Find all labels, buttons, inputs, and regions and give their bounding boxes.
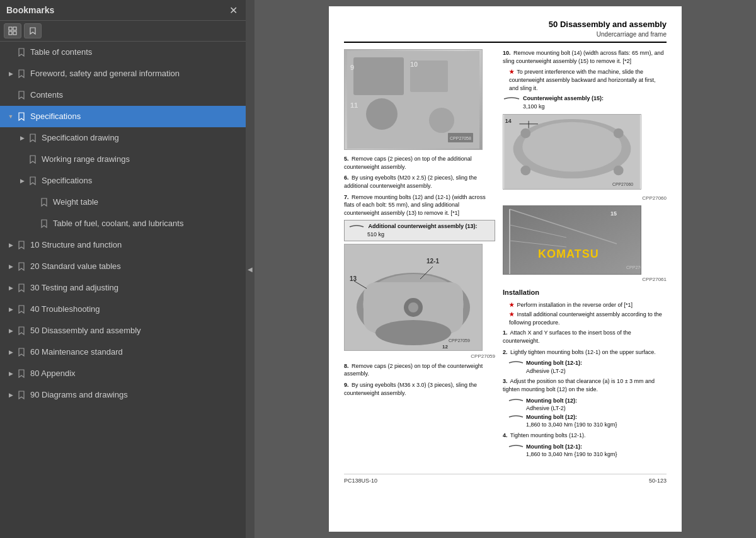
bookmark-item-s20[interactable]: 20 Standard value tables xyxy=(0,256,246,277)
bookmark-item-s60[interactable]: 60 Maintenance standard xyxy=(0,341,246,363)
bookmark-icon-s40 xyxy=(16,305,26,314)
bookmark-arrow-s50[interactable] xyxy=(6,328,15,335)
svg-text:KOMATSU: KOMATSU xyxy=(538,248,599,260)
bookmark-label-s80: 80 Appendix xyxy=(30,369,242,379)
bookmark-arrow-s20[interactable] xyxy=(6,263,15,270)
bookmarks-header: Bookmarks ✕ xyxy=(0,0,246,21)
bookmark-tool-button[interactable] xyxy=(24,23,42,38)
svg-text:13: 13 xyxy=(350,275,357,282)
bookmark-item-contents[interactable]: Contents xyxy=(0,84,246,106)
bookmark-label-s20: 20 Standard value tables xyxy=(30,261,242,272)
bookmark-item-spec-sub[interactable]: Specifications xyxy=(0,170,246,192)
footer-right: 50-123 xyxy=(649,477,667,485)
bookmark-label-weight-table: Weight table xyxy=(53,197,242,207)
bookmark-label-s50: 50 Disassembly and assembly xyxy=(30,326,242,336)
bookmark-icon-fuel-table xyxy=(39,219,49,228)
bookmark-arrow-spec-drawing[interactable] xyxy=(18,135,26,142)
bookmark-item-working-range[interactable]: Working range drawings xyxy=(0,149,246,170)
svg-point-31 xyxy=(614,129,624,139)
additional-cweight-box: Additional counterweight assembly (13): … xyxy=(344,220,495,241)
svg-point-32 xyxy=(520,166,530,176)
bookmark-label-s90: 90 Diagrams and drawings xyxy=(30,390,242,400)
bookmark-icon-weight-table xyxy=(39,198,49,207)
bookmarks-panel: Bookmarks ✕ Table of contentsForeword, s… xyxy=(0,0,246,538)
img4-label: CPP27059 xyxy=(344,353,495,360)
doc-image-3: KOMATSU 15 CPP27061 xyxy=(503,205,641,275)
step-5: 5. Remove caps (2 pieces) on top of the … xyxy=(344,155,495,171)
step-9: 9. By using eyebolts (M36 x 3.0) (3 piec… xyxy=(344,381,495,397)
doc-header-title: 50 Disassembly and assembly xyxy=(344,19,667,30)
bookmark-arrow-s80[interactable] xyxy=(6,370,15,377)
bookmark-label-fuel-table: Table of fuel, coolant, and lubricants xyxy=(53,219,242,229)
bookmark-arrow-spec-sub[interactable] xyxy=(18,178,26,185)
bookmark-arrow-s40[interactable] xyxy=(6,306,15,313)
bookmark-item-toc[interactable]: Table of contents xyxy=(0,42,246,63)
bookmark-item-s80[interactable]: 80 Appendix xyxy=(0,363,246,384)
install-step-1: 1. Attach X and Y surfaces to the insert… xyxy=(503,329,667,345)
installation-note-1: ★ Perform installation in the reverse or… xyxy=(509,301,667,309)
bookmark-item-fuel-table[interactable]: Table of fuel, coolant, and lubricants xyxy=(0,213,246,234)
toolbar xyxy=(0,21,246,42)
step-7: 7. Remove mounting bolts (12) and (12-1)… xyxy=(344,193,495,217)
inst3-spec1: Mounting bolt (12):Adhesive (LT-2) xyxy=(508,397,667,413)
installation-note-2: ★ Install additional counterweight assem… xyxy=(509,311,667,326)
doc-image-1: 9 10 11 CPP27058 xyxy=(344,49,483,150)
svg-text:14: 14 xyxy=(505,118,512,124)
bookmark-icon-s30 xyxy=(16,283,26,292)
doc-footer: PC138US-10 50-123 xyxy=(344,474,667,485)
doc-header: 50 Disassembly and assembly Undercarriag… xyxy=(344,19,667,43)
bookmark-item-weight-table[interactable]: Weight table xyxy=(0,192,246,213)
svg-text:CPP27061: CPP27061 xyxy=(626,265,641,270)
svg-rect-3 xyxy=(13,31,16,35)
bookmark-icon-contents xyxy=(16,91,26,100)
bookmark-arrow-specifications[interactable] xyxy=(6,113,15,120)
bookmark-item-s40[interactable]: 40 Troubleshooting xyxy=(0,299,246,320)
bookmark-icon-toc xyxy=(16,48,26,57)
bookmark-label-contents: Contents xyxy=(30,90,242,100)
star-note-1: ★ To prevent interference with the machi… xyxy=(509,68,667,92)
bookmark-arrow-foreword[interactable] xyxy=(6,71,15,77)
bookmark-item-s50[interactable]: 50 Disassembly and assembly xyxy=(0,320,246,341)
svg-point-33 xyxy=(614,166,624,176)
svg-rect-1 xyxy=(13,27,16,30)
bookmark-icon-s90 xyxy=(16,391,26,399)
bookmark-label-working-range: Working range drawings xyxy=(42,154,242,164)
inst3-spec2: Mounting bolt (12):1,860 to 3,040 Nm {19… xyxy=(508,413,667,429)
bookmarks-list: Table of contentsForeword, safety and ge… xyxy=(0,42,246,538)
bookmark-label-s60: 60 Maintenance standard xyxy=(30,347,242,357)
bookmark-icon-specifications xyxy=(16,112,26,121)
bookmark-item-spec-drawing[interactable]: Specification drawing xyxy=(0,127,246,149)
install-step-2: 2. Lightly tighten mounting bolts (12-1)… xyxy=(503,348,667,357)
svg-point-29 xyxy=(522,122,621,172)
bookmark-label-spec-drawing: Specification drawing xyxy=(42,133,242,143)
svg-text:CPP27059: CPP27059 xyxy=(449,338,470,343)
step-10: 10. Remove mounting bolt (14) (width acr… xyxy=(503,49,667,65)
step-6: 6. By using eyebolts (M20 x 2.5) (2 piec… xyxy=(344,174,495,190)
bookmark-item-s10[interactable]: 10 Structure and function xyxy=(0,234,246,256)
bookmark-arrow-s60[interactable] xyxy=(6,349,15,356)
doc-left-column: 9 10 11 CPP27058 5. Remove caps (2 piece… xyxy=(344,49,495,461)
close-button[interactable]: ✕ xyxy=(227,4,239,16)
install-step-4: 4. Tighten mounting bolts (12-1). xyxy=(503,432,667,440)
view-toggle-button[interactable] xyxy=(4,23,21,38)
bookmark-icon-s80 xyxy=(16,369,26,378)
bookmark-icon-s60 xyxy=(16,348,26,357)
bookmark-label-foreword: Foreword, safety and general information xyxy=(30,69,242,79)
svg-text:CPP27058: CPP27058 xyxy=(450,136,471,140)
bookmark-item-s30[interactable]: 30 Testing and adjusting xyxy=(0,277,246,299)
doc-image-4: 13 12-1 CPP27059 12 xyxy=(344,244,483,351)
bookmark-arrow-s30[interactable] xyxy=(6,285,15,292)
step-8: 8. Remove caps (2 pieces) on top of the … xyxy=(344,362,495,378)
svg-point-7 xyxy=(366,98,398,130)
bookmark-item-specifications[interactable]: Specifications xyxy=(0,106,246,127)
bookmark-arrow-s10[interactable] xyxy=(6,242,15,249)
bookmark-arrow-s90[interactable] xyxy=(6,392,15,399)
panel-collapse-arrow[interactable]: ◀ xyxy=(246,0,255,538)
svg-text:9: 9 xyxy=(350,64,354,71)
bookmark-icon-s20 xyxy=(16,262,26,271)
bookmark-item-s90[interactable]: 90 Diagrams and drawings xyxy=(0,384,246,406)
inst2-spec: Mounting bolt (12-1):Adhesive (LT-2) xyxy=(508,359,667,375)
bookmark-item-foreword[interactable]: Foreword, safety and general information xyxy=(0,63,246,84)
cweight-spec: Counterweight assembly (15):3,100 kg xyxy=(503,94,667,110)
svg-rect-2 xyxy=(9,31,12,35)
